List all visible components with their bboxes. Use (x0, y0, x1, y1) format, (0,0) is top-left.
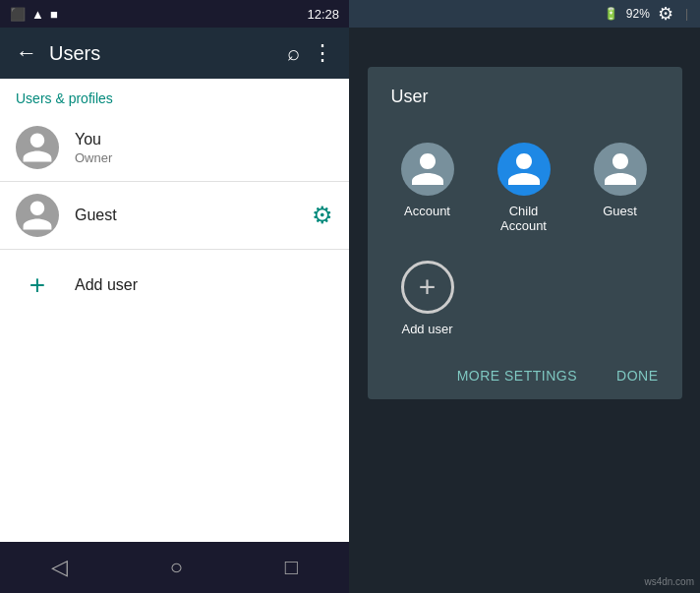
child-account-label: Child Account (488, 204, 560, 233)
child-account-option[interactable]: Child Account (480, 131, 568, 241)
user-name-you: You (75, 131, 333, 148)
user-info-you: You Owner (75, 131, 333, 165)
dialog-actions: MORE SETTINGS DONE (368, 344, 682, 399)
add-user-label: Add user (75, 276, 138, 294)
avatar-guest (16, 194, 59, 237)
signal-icon: ■ (50, 7, 58, 22)
status-time: 12:28 (307, 7, 339, 22)
dialog-overlay: User Account (349, 28, 700, 593)
left-panel: ⬛ ▲ ■ 12:28 ← Users ⌕ ⋮ Users & profiles… (0, 0, 349, 593)
dialog-title: User (368, 67, 682, 123)
battery-icon: 🔋 (604, 7, 618, 21)
user-item-guest[interactable]: Guest ⚙ (0, 182, 349, 250)
search-button[interactable]: ⌕ (287, 40, 300, 66)
bt-icon: ⬛ (10, 7, 26, 22)
add-icon: + (16, 264, 59, 307)
right-panel: 🔋 92% ⚙ | User Account (349, 0, 700, 593)
status-bar-icons: ⬛ ▲ ■ (10, 7, 58, 22)
account-label: Account (404, 204, 450, 218)
gear-icon-guest[interactable]: ⚙ (312, 202, 333, 229)
section-label: Users & profiles (0, 79, 349, 114)
content-area: Users & profiles You Owner Guest (0, 79, 349, 542)
recents-nav-icon[interactable]: □ (285, 555, 298, 580)
toolbar: ← Users ⌕ ⋮ (0, 28, 349, 79)
more-button[interactable]: ⋮ (312, 40, 333, 66)
dialog-content: Account Child Account (368, 123, 682, 344)
more-settings-button[interactable]: MORE SETTINGS (441, 360, 593, 391)
bottom-nav: ◁ ○ □ (0, 542, 349, 593)
divider: | (685, 7, 688, 21)
status-bar: ⬛ ▲ ■ 12:28 (0, 0, 349, 28)
back-button[interactable]: ← (16, 40, 37, 66)
account-option[interactable]: Account (383, 131, 472, 241)
user-dialog: User Account (368, 67, 682, 399)
guest-avatar (594, 143, 647, 196)
settings-gear-icon[interactable]: ⚙ (658, 3, 673, 25)
add-user-option-label: Add user (401, 322, 452, 336)
user-name-guest: Guest (75, 207, 312, 224)
child-account-avatar (497, 143, 551, 196)
add-user-icon: + (401, 261, 454, 314)
page-title: Users (49, 42, 275, 65)
guest-label: Guest (603, 204, 637, 218)
add-user-option[interactable]: + Add user (383, 249, 472, 344)
right-status-bar: 🔋 92% ⚙ | (349, 0, 700, 28)
user-info-guest: Guest (75, 207, 312, 224)
back-nav-icon[interactable]: ◁ (51, 555, 68, 580)
account-avatar (401, 143, 454, 196)
wifi-icon: ▲ (31, 7, 44, 22)
add-user-item[interactable]: + Add user (0, 250, 349, 321)
home-nav-icon[interactable]: ○ (170, 555, 183, 580)
guest-option[interactable]: Guest (576, 131, 665, 241)
user-role-you: Owner (75, 150, 333, 165)
watermark: ws4dn.com (644, 576, 694, 587)
done-button[interactable]: DONE (601, 360, 673, 391)
user-item-you[interactable]: You Owner (0, 114, 349, 182)
avatar-you (16, 126, 59, 169)
battery-pct: 92% (626, 7, 650, 21)
